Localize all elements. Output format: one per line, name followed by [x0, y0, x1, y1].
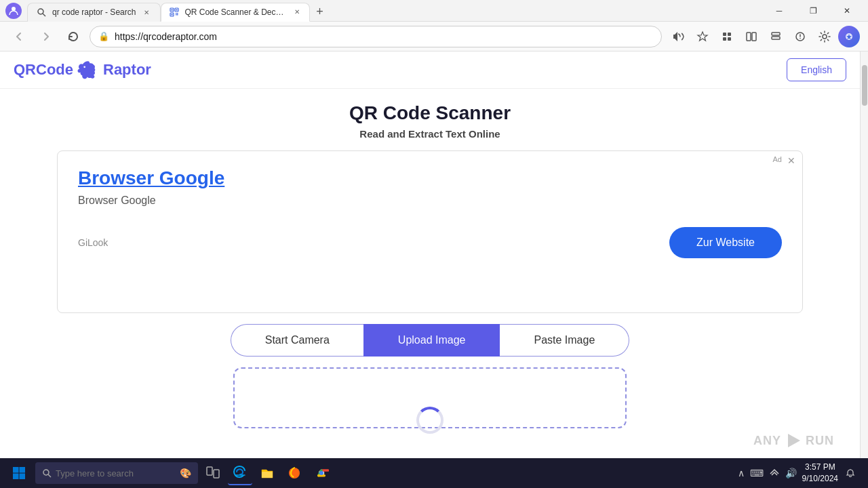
scrollbar-thumb — [862, 65, 867, 106]
start-camera-button[interactable]: Start Camera — [231, 324, 363, 357]
cortana-icon: 🎨 — [180, 468, 191, 479]
svg-rect-8 — [172, 14, 173, 15]
svg-rect-9 — [176, 13, 177, 14]
svg-line-33 — [48, 474, 51, 477]
title-bar: qr code raptor - Search ✕ — [0, 0, 868, 22]
page-scrollbar[interactable] — [860, 52, 868, 488]
firefox-icon — [287, 466, 302, 481]
svg-rect-31 — [20, 474, 26, 480]
volume-icon[interactable]: 🔊 — [785, 468, 797, 479]
settings-button[interactable] — [814, 26, 835, 47]
svg-point-0 — [12, 7, 16, 11]
svg-rect-19 — [772, 33, 780, 35]
file-explorer-icon — [260, 466, 275, 481]
site-header: QRCode Raptor English — [0, 52, 860, 89]
chrome-button[interactable] — [309, 461, 334, 485]
page-title: QR Code Scanner — [14, 102, 846, 124]
ad-title: Browser Google — [78, 167, 782, 189]
svg-rect-29 — [20, 467, 26, 473]
taskbar-right: ∧ ⌨ 🔊 3:57 PM 9/10/2024 — [732, 461, 863, 485]
svg-point-39 — [319, 471, 323, 475]
start-button[interactable] — [5, 460, 33, 487]
website-content: QRCode Raptor English QR Code Scanner Re… — [0, 52, 860, 488]
svg-point-1 — [38, 9, 43, 14]
task-view-icon — [206, 466, 220, 480]
svg-rect-13 — [723, 33, 726, 36]
svg-rect-36 — [262, 472, 273, 478]
ad-footer: GiLook Zur Website — [78, 227, 782, 258]
taskbar-search[interactable]: 🎨 — [35, 462, 198, 484]
edge-icon — [233, 465, 248, 480]
svg-rect-14 — [728, 33, 731, 36]
clock-date: 9/10/2024 — [802, 473, 838, 485]
network-icon[interactable] — [769, 467, 780, 480]
address-bar[interactable]: 🔒 https://qrcoderaptor.com — [90, 26, 662, 47]
tab-qrcode-label: QR Code Scanner & Decoder - O... — [184, 7, 287, 17]
tab-qrcode-close[interactable]: ✕ — [293, 7, 302, 18]
favorites-button[interactable] — [692, 26, 713, 47]
logo-text-raptor: Raptor — [103, 61, 151, 79]
notification-button[interactable] — [844, 461, 857, 485]
minimize-button[interactable]: ─ — [764, 0, 795, 22]
language-button[interactable]: English — [787, 58, 846, 81]
windows-logo-icon — [12, 466, 26, 480]
time-display[interactable]: 3:57 PM 9/10/2024 — [802, 462, 838, 485]
browser-frame: qr code raptor - Search ✕ — [0, 0, 868, 488]
system-tray: ∧ ⌨ 🔊 3:57 PM 9/10/2024 — [732, 461, 863, 485]
refresh-button[interactable] — [62, 26, 84, 47]
anyrun-text: ANY — [753, 434, 781, 448]
main-content: QR Code Scanner Read and Extract Text On… — [0, 89, 860, 442]
keyboard-icon[interactable]: ⌨ — [750, 468, 764, 479]
svg-rect-16 — [728, 37, 731, 41]
close-button[interactable]: ✕ — [831, 0, 863, 22]
tab-qrcode-favicon — [170, 7, 179, 18]
address-text: https://qrcoderaptor.com — [115, 31, 653, 42]
taskbar: 🎨 — [0, 458, 868, 488]
edge-taskbar-button[interactable] — [228, 461, 252, 485]
firefox-button[interactable] — [282, 461, 307, 485]
tab-qrcode[interactable]: QR Code Scanner & Decoder - O... ✕ — [161, 3, 310, 22]
svg-rect-18 — [752, 33, 756, 41]
taskbar-search-input[interactable] — [56, 468, 176, 479]
clock-time: 3:57 PM — [802, 462, 838, 473]
split-screen-button[interactable] — [741, 26, 762, 47]
anyrun-watermark: ANY RUN — [753, 431, 834, 450]
loading-spinner — [416, 407, 443, 434]
anyrun-play-icon — [784, 431, 803, 450]
svg-rect-10 — [177, 13, 178, 14]
svg-rect-34 — [207, 467, 212, 475]
extensions-button[interactable] — [716, 26, 738, 47]
svg-rect-35 — [214, 470, 219, 478]
svg-rect-12 — [177, 14, 178, 16]
tray-chevron[interactable]: ∧ — [738, 468, 745, 479]
new-tab-button[interactable]: + — [310, 3, 329, 22]
back-button[interactable] — [8, 26, 30, 47]
nav-bar: 🔒 https://qrcoderaptor.com — [0, 22, 868, 52]
copilot-button[interactable] — [838, 26, 860, 47]
logo-container: QRCode Raptor — [14, 58, 151, 82]
svg-rect-7 — [176, 9, 178, 10]
tab-search-close[interactable]: ✕ — [141, 7, 152, 18]
svg-rect-30 — [13, 474, 19, 480]
ad-banner: Ad ✕ Browser Google Browser Google GiLoo… — [57, 150, 803, 313]
paste-image-button[interactable]: Paste Image — [500, 324, 629, 357]
restore-button[interactable]: ❐ — [797, 0, 829, 22]
ad-description: Browser Google — [78, 195, 782, 207]
page-content: QRCode Raptor English QR Code Scanner Re… — [0, 52, 868, 488]
ad-close-button[interactable]: ✕ — [787, 155, 795, 166]
ad-label: Ad — [773, 155, 782, 163]
ad-cta-button[interactable]: Zur Website — [669, 227, 782, 258]
tab-search[interactable]: qr code raptor - Search ✕ — [27, 3, 161, 22]
tab-search-favicon — [36, 7, 47, 18]
file-explorer-button[interactable] — [255, 461, 279, 485]
collections-button[interactable] — [765, 26, 787, 47]
svg-line-2 — [43, 14, 45, 16]
forward-button[interactable] — [35, 26, 57, 47]
ad-provider: GiLook — [78, 237, 108, 248]
read-aloud-button[interactable] — [667, 26, 689, 47]
drop-zone[interactable] — [233, 367, 627, 428]
browser-essentials-button[interactable] — [789, 26, 811, 47]
upload-image-button[interactable]: Upload Image — [363, 324, 500, 357]
task-view-button[interactable] — [201, 461, 225, 485]
profile-avatar[interactable] — [5, 3, 22, 19]
